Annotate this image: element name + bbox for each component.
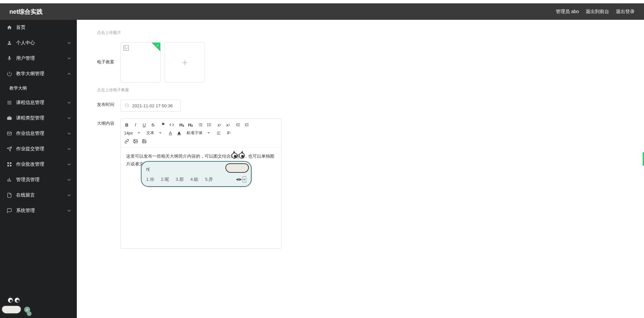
sidebar-subitem-label: 教学大纲 [9, 85, 27, 91]
ordered-list-button[interactable] [198, 122, 203, 127]
bars-icon [7, 177, 12, 182]
paragraph-format-select[interactable]: 文本 [146, 130, 163, 136]
sidebar-item-label: 系统管理 [16, 208, 35, 214]
sidebar-item-label: 课程信息管理 [16, 100, 44, 106]
briefcase-icon [7, 115, 12, 121]
plus-icon: ＋ [180, 56, 190, 69]
chevron-down-icon [67, 208, 71, 213]
clock-icon [125, 103, 129, 109]
sidebar-item-label: 管理员管理 [16, 177, 40, 183]
sidebar-item-homework-info[interactable]: 作业信息管理 [0, 126, 77, 141]
svg-rect-1 [7, 162, 9, 164]
publish-time-input[interactable]: 2021-11-02 17:50:36 [120, 100, 181, 112]
indent-button[interactable] [244, 122, 250, 127]
mascot-icon: e [1, 295, 32, 315]
font-color-button[interactable]: A [168, 130, 173, 136]
header: net综合实践 管理员 abo 退出到前台 退出登录 [0, 3, 644, 20]
ime-candidate[interactable]: 5.弄 [205, 175, 213, 183]
sidebar-item-personal[interactable]: 个人中心 [0, 35, 77, 51]
sidebar-item-admin[interactable]: 管理员管理 [0, 172, 77, 188]
sidebar-item-system[interactable]: 系统管理 [0, 203, 77, 218]
chat-icon [7, 208, 12, 213]
sidebar-item-messages[interactable]: 在线留言 [0, 188, 77, 203]
sidebar-item-label: 用户管理 [16, 55, 35, 61]
main-content: 点击上传图片 电子教案 ＋ 点击上 [77, 20, 644, 318]
subscript-button[interactable]: x2 [217, 122, 222, 127]
sidebar-item-course-type[interactable]: 课程类型管理 [0, 110, 77, 126]
bg-color-button[interactable] [176, 130, 182, 136]
svg-point-15 [135, 140, 135, 141]
save-button[interactable] [142, 139, 147, 144]
send-icon [7, 146, 12, 152]
to-frontend-link[interactable]: 退出到前台 [586, 9, 609, 15]
svg-rect-4 [10, 165, 11, 166]
publish-time-label: 发布时间 [97, 100, 120, 108]
ime-prev-button[interactable]: ◀ [236, 176, 238, 183]
sidebar-item-course-info[interactable]: 课程信息管理 [0, 95, 77, 110]
superscript-button[interactable]: x2 [225, 122, 231, 127]
bold-button[interactable]: B [124, 122, 129, 127]
sidebar-subitem-outline[interactable]: 教学大纲 [0, 82, 77, 95]
sidebar-item-label: 作业批改管理 [16, 161, 44, 167]
chevron-down-icon [67, 177, 71, 182]
sidebar-item-label: 作业信息管理 [16, 130, 44, 137]
scroll-indicator [643, 152, 644, 166]
list-icon [7, 100, 12, 105]
strike-button[interactable]: S [150, 122, 156, 127]
lesson-plan-label: 电子教案 [97, 42, 120, 65]
code-button[interactable] [169, 122, 174, 127]
chevron-down-icon [67, 146, 71, 152]
outdent-button[interactable] [235, 122, 241, 127]
svg-rect-5 [8, 179, 8, 182]
font-family-select[interactable]: 标准字体 [186, 130, 211, 136]
ime-candidate[interactable]: 3.那 [176, 175, 184, 183]
sidebar-item-users[interactable]: 用户管理 [0, 51, 77, 66]
ime-candidate[interactable]: 1.你 [146, 175, 154, 183]
chevron-down-icon [67, 131, 71, 136]
sidebar-item-label: 个人中心 [16, 40, 35, 46]
mail-icon [7, 131, 12, 136]
image-button[interactable] [133, 139, 138, 144]
outline-content-label: 大纲内容 [97, 118, 120, 126]
chevron-down-icon [67, 162, 71, 167]
align-button[interactable] [216, 130, 221, 136]
logout-link[interactable]: 退出登录 [616, 9, 635, 15]
ime-next-button[interactable]: ▶ [239, 176, 242, 183]
ime-candidate[interactable]: 2.呢 [161, 175, 169, 183]
link-button[interactable] [124, 139, 129, 144]
sidebar-item-outline[interactable]: 教学大纲管理 [0, 66, 77, 82]
user-label[interactable]: 管理员 abo [556, 9, 579, 15]
svg-point-12 [207, 124, 208, 125]
sidebar-item-homework-submit[interactable]: 作业提交管理 [0, 141, 77, 157]
editor-textarea[interactable]: 这里可以发布一些相关大纲简介内容的，可以图文结合描述的，也可以单独图片或者文字描… [121, 148, 281, 248]
sidebar-item-home[interactable]: 首页 [0, 20, 77, 35]
ime-candidate[interactable]: 4.能 [191, 175, 199, 183]
font-size-select[interactable]: 14px [124, 131, 142, 136]
broken-image-icon [123, 45, 129, 51]
quote-button[interactable]: ❝ [160, 122, 166, 127]
grid-icon [7, 162, 12, 167]
uploaded-file-card[interactable] [120, 42, 161, 83]
svg-point-13 [207, 125, 208, 126]
svg-rect-7 [10, 180, 11, 182]
ime-mascot-icon [227, 150, 254, 173]
chevron-down-icon [67, 193, 71, 198]
upload-add-button[interactable]: ＋ [165, 42, 205, 83]
power-icon [7, 71, 12, 76]
italic-button[interactable]: I [133, 122, 138, 127]
sidebar-item-label: 首页 [16, 24, 25, 31]
h1-button[interactable]: H₁ [179, 122, 184, 127]
underline-button[interactable]: U [142, 122, 147, 127]
chevron-down-icon [67, 56, 71, 61]
h2-button[interactable]: H₂ [188, 122, 193, 127]
sidebar-item-homework-grade[interactable]: 作业批改管理 [0, 157, 77, 172]
ime-dropdown-button[interactable]: ▾ [243, 176, 246, 182]
upload-plan-hint: 点击上传电子教案 [97, 87, 359, 93]
rich-text-editor: B I U S ❝ H₁ [120, 118, 281, 249]
chevron-down-icon [67, 40, 71, 46]
unordered-list-button[interactable] [207, 122, 212, 127]
svg-point-9 [125, 47, 126, 48]
clear-format-button[interactable]: Tx [226, 130, 231, 136]
svg-rect-3 [7, 165, 9, 166]
svg-point-11 [207, 123, 208, 124]
